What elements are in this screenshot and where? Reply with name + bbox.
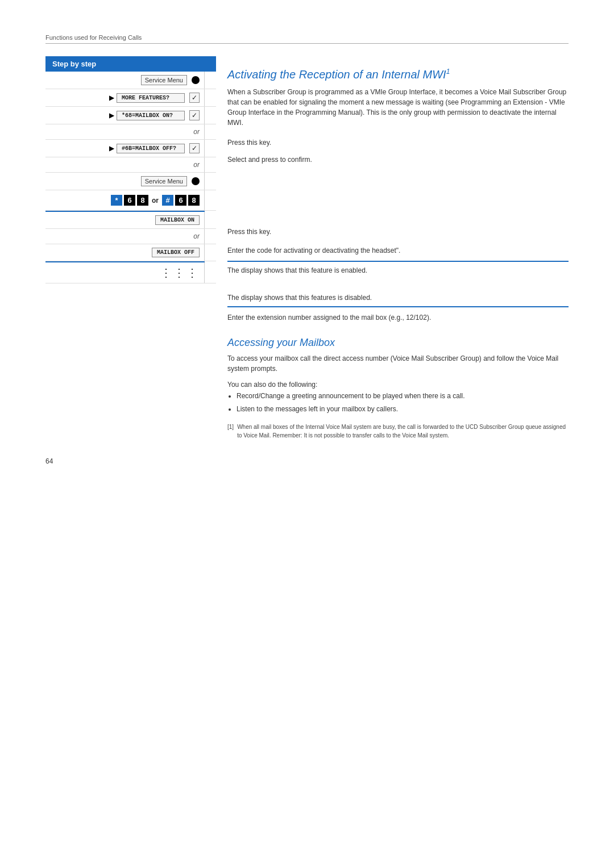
- left-panel: Step by step Service Menu ▶ MORE FEATURE…: [45, 56, 216, 440]
- right-row-or-3: [227, 279, 569, 289]
- key-star: *: [111, 195, 122, 206]
- step-row-mailbox-on: ▶ *68=MAILBOX ON? ✓: [45, 107, 216, 124]
- bullet-item-2: Listen to the messages left in your mail…: [237, 404, 569, 415]
- section1-description: When a Subscriber Group is programmed as…: [227, 87, 569, 128]
- right-text-service-menu-2: Press this key.: [227, 228, 271, 236]
- bullet-item-1: Record/Change a greeting announcement to…: [237, 391, 569, 402]
- more-features-row: ▶ MORE FEATURES? ✓: [50, 93, 200, 103]
- right-text-mailbox-off: The display shows that this features is …: [227, 294, 372, 302]
- footnote-number: [1]: [227, 423, 234, 440]
- step-row-keycodes: * 6 8 or # 6 8: [45, 190, 216, 211]
- step-row-service-menu-1: Service Menu: [45, 72, 216, 89]
- step-left-keycodes: * 6 8 or # 6 8: [45, 190, 205, 210]
- right-text-keycode: Enter the code for activating or deactiv…: [227, 247, 400, 254]
- right-content: Activating the Reception of an Internal …: [227, 56, 569, 440]
- section2-title: Accessing your Mailbox: [227, 337, 569, 349]
- or-label-3: or: [45, 229, 205, 244]
- spacer-section2: [45, 283, 216, 295]
- key-code-sequence: * 6 8 or # 6 8: [111, 195, 200, 206]
- service-menu-circle-1: [192, 76, 200, 84]
- step-row-service-menu-2: Service Menu: [45, 173, 216, 190]
- ext-dots-icon: ⋮⋮⋮: [160, 266, 200, 279]
- service-menu-button-1[interactable]: Service Menu: [141, 75, 200, 85]
- step-left-service-menu-2: Service Menu: [45, 173, 205, 190]
- right-row-service-menu-2: Press this key.: [227, 223, 569, 240]
- key-or-label: or: [152, 197, 159, 205]
- key-six-2: 6: [175, 195, 186, 206]
- key-hash: #: [162, 195, 173, 206]
- step-by-step-header: Step by step: [45, 56, 216, 72]
- or-row-3: or: [45, 229, 216, 244]
- section1-title: Activating the Reception of an Internal …: [227, 68, 569, 81]
- step-left-ext-dots: ⋮⋮⋮: [45, 262, 205, 283]
- step-row-mailbox-on-display: MAILBOX ON: [45, 212, 216, 229]
- service-menu-label-1: Service Menu: [141, 75, 187, 85]
- right-row-keycode: Enter the code for activating or deactiv…: [227, 240, 569, 261]
- step-row-mailbox-off-display: MAILBOX OFF: [45, 244, 216, 261]
- right-row-ext: Enter the extension number assigned to t…: [227, 307, 569, 328]
- step-row-mailbox-off: ▶ #6B=MAILBOX OFF? ✓: [45, 140, 216, 157]
- right-row-more-features: Select and press to confirm.: [227, 152, 569, 169]
- or-row-2: or: [45, 157, 216, 173]
- arrow-icon-3: ▶: [109, 144, 114, 152]
- step-left-more-features: ▶ MORE FEATURES? ✓: [45, 89, 205, 106]
- right-row-mailbox-off-empty: [227, 196, 569, 213]
- step-left-mailbox-off: ▶ #6B=MAILBOX OFF? ✓: [45, 140, 205, 157]
- key-eight-1: 8: [137, 195, 148, 206]
- mailbox-on-box: *68=MAILBOX ON?: [117, 111, 185, 120]
- right-row-mailbox-on-display: The display shows that this feature is e…: [227, 262, 569, 279]
- right-text-service-menu-1: Press this key.: [227, 139, 271, 147]
- right-row-or-1-empty: [227, 186, 569, 196]
- checkmark-3: ✓: [189, 143, 200, 153]
- step-left-mailbox-on: ▶ *68=MAILBOX ON? ✓: [45, 107, 205, 124]
- right-row-mailbox-off-display: The display shows that this features is …: [227, 289, 569, 306]
- step-row-more-features: ▶ MORE FEATURES? ✓: [45, 89, 216, 107]
- step-left-mailbox-on-display: MAILBOX ON: [45, 212, 205, 228]
- display-mailbox-off: MAILBOX OFF: [152, 248, 200, 257]
- right-row-service-menu-1: Press this key.: [227, 135, 569, 152]
- arrow-icon-2: ▶: [109, 111, 114, 119]
- key-eight-2: 8: [188, 195, 200, 206]
- page-number: 64: [45, 457, 53, 465]
- step-left-mailbox-off-display: MAILBOX OFF: [45, 244, 205, 261]
- section2-bullet-list: Record/Change a greeting announcement to…: [237, 391, 569, 415]
- section2-desc2: You can also do the following:: [227, 381, 569, 389]
- service-menu-button-2[interactable]: Service Menu: [141, 176, 200, 186]
- step-row-ext-dots: ⋮⋮⋮: [45, 262, 216, 283]
- mailbox-on-row: ▶ *68=MAILBOX ON? ✓: [50, 110, 200, 120]
- service-menu-label-2: Service Menu: [141, 176, 187, 186]
- key-six-1: 6: [124, 195, 135, 206]
- footnote-text: When all mail boxes of the Internal Voic…: [237, 423, 569, 440]
- more-features-box: MORE FEATURES?: [117, 93, 185, 103]
- mailbox-off-box: #6B=MAILBOX OFF?: [117, 144, 185, 153]
- header-text: Functions used for Receiving Calls: [45, 34, 569, 41]
- checkmark-2: ✓: [189, 110, 200, 120]
- or-label-1: or: [45, 124, 205, 139]
- or-row-1: or: [45, 124, 216, 140]
- step-left-service-menu-1: Service Menu: [45, 72, 205, 89]
- service-menu-circle-2: [192, 177, 200, 185]
- right-panel: Activating the Reception of an Internal …: [216, 56, 569, 440]
- or-label-2: or: [45, 157, 205, 172]
- right-text-ext: Enter the extension number assigned to t…: [227, 314, 431, 322]
- display-mailbox-on: MAILBOX ON: [155, 215, 200, 225]
- section2-desc1: To access your mailbox call the direct a…: [227, 353, 569, 374]
- footnote: [1] When all mail boxes of the Internal …: [227, 423, 569, 440]
- mailbox-off-row: ▶ #6B=MAILBOX OFF? ✓: [50, 143, 200, 153]
- page-number-area: 64: [45, 457, 569, 465]
- checkmark-1: ✓: [189, 93, 200, 103]
- right-row-mailbox-on-empty: [227, 169, 569, 186]
- arrow-icon-1: ▶: [109, 94, 114, 102]
- right-text-more-features: Select and press to confirm.: [227, 156, 312, 164]
- right-text-mailbox-on: The display shows that this feature is e…: [227, 266, 367, 274]
- right-row-or-2-empty: [227, 213, 569, 223]
